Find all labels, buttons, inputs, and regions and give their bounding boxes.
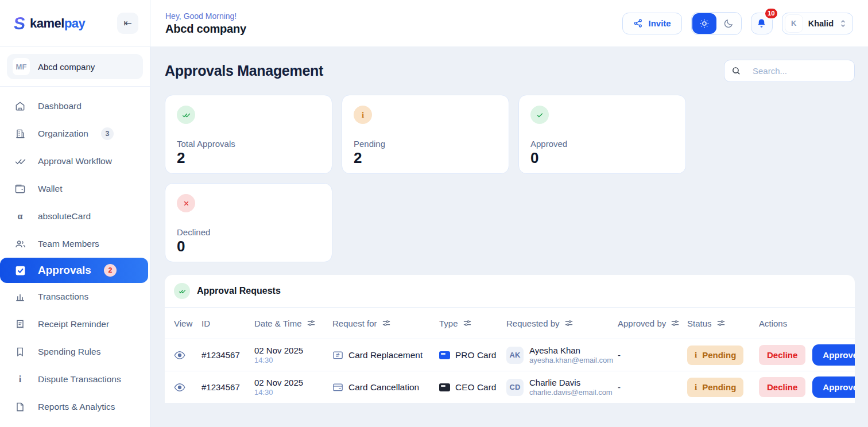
view-button[interactable] — [174, 351, 185, 360]
sidebar-item-transactions[interactable]: Transactions — [0, 283, 150, 310]
notification-count-badge: 10 — [764, 7, 778, 20]
sidebar-item-wallet[interactable]: Wallet — [0, 175, 150, 203]
bookmark-icon — [14, 346, 26, 358]
company-switcher[interactable]: MF Abcd company — [7, 54, 143, 79]
request-date: 02 Nov 2025 — [254, 346, 332, 355]
info-icon: i — [354, 106, 372, 124]
card-type-icon — [439, 383, 450, 391]
filter-icon[interactable] — [671, 319, 679, 327]
filter-icon[interactable] — [382, 319, 390, 327]
status-badge: i Pending — [687, 346, 743, 365]
collapse-icon: ⇤ — [123, 17, 131, 29]
requester-name: Ayesha Khan — [529, 346, 613, 355]
approve-button[interactable]: Approve — [812, 376, 855, 398]
stat-value: 2 — [354, 149, 497, 167]
filter-icon[interactable] — [565, 319, 573, 327]
people-icon — [14, 238, 26, 250]
status-badge: i Pending — [687, 378, 743, 397]
view-button[interactable] — [174, 383, 185, 392]
table-row: #1234567 02 Nov 2025 14:30 Card Replacem… — [165, 339, 855, 371]
search-input[interactable] — [753, 66, 867, 76]
user-name: Khalid — [808, 19, 834, 28]
sidebar-item-organization[interactable]: Organization 3 — [0, 120, 150, 147]
approved-by-value: - — [618, 350, 687, 360]
decline-button[interactable]: Decline — [759, 345, 805, 365]
filter-icon[interactable] — [463, 319, 471, 327]
stat-card-total-approvals: Total Approvals 2 — [165, 95, 332, 174]
requester-email: charlie.davis@email.com — [529, 388, 613, 397]
stats-cards: Total Approvals 2 i Pending 2 Approved 0… — [165, 95, 686, 262]
requester-name: Charlie Davis — [529, 378, 613, 387]
column-header-requested-by: Requested by — [506, 319, 618, 328]
panel-title: Approval Requests — [197, 286, 281, 296]
brand-logo-icon: S — [13, 15, 26, 32]
organization-count-badge: 3 — [101, 127, 114, 140]
sidebar-collapse-button[interactable]: ⇤ — [117, 13, 138, 34]
decline-button[interactable]: Decline — [759, 377, 805, 397]
brand-logo-text: kamelpay — [30, 16, 85, 31]
receipt-icon — [14, 319, 26, 330]
stat-card-pending: i Pending 2 — [342, 95, 509, 174]
sidebar-item-label: Team Members — [38, 239, 99, 249]
requested-by-cell: AK Ayesha Khan ayesha.khan@email.com — [506, 346, 618, 364]
document-icon — [14, 401, 26, 413]
double-check-icon — [177, 106, 195, 124]
company-section: MF Abcd company — [0, 47, 150, 87]
double-check-icon — [14, 156, 26, 167]
user-menu[interactable]: K Khalid — [782, 13, 853, 34]
invite-label: Invite — [649, 18, 671, 28]
brand-logo: S kamelpay — [14, 15, 85, 32]
chevron-up-down-icon — [839, 19, 847, 28]
search-box[interactable] — [724, 60, 855, 82]
sidebar-item-team-members[interactable]: Team Members — [0, 230, 150, 258]
stat-label: Pending — [354, 139, 497, 149]
request-for-label: Card Replacement — [348, 350, 423, 360]
sidebar-item-label: Wallet — [38, 184, 63, 194]
sidebar-item-dispute-transactions[interactable]: i Dispute Transactions — [0, 366, 150, 393]
column-header-request-for: Request for — [332, 319, 439, 328]
requester-email: ayesha.khan@email.com — [529, 356, 613, 364]
stat-card-declined: Declined 0 — [165, 183, 332, 262]
home-icon — [14, 100, 26, 112]
filter-icon[interactable] — [717, 319, 725, 327]
sidebar-item-dashboard[interactable]: Dashboard — [0, 92, 150, 120]
sidebar-item-approval-workflow[interactable]: Approval Workflow — [0, 147, 150, 175]
alpha-icon: α — [14, 211, 26, 222]
card-type-icon — [439, 351, 450, 359]
cross-icon — [177, 194, 195, 212]
sidebar-item-label: absoluteCard — [38, 211, 91, 222]
sidebar-item-receipt-reminder[interactable]: Receipt Reminder — [0, 310, 150, 338]
sidebar-item-spending-rules[interactable]: Spending Rules — [0, 338, 150, 366]
share-icon — [633, 18, 643, 28]
sidebar: S kamelpay ⇤ MF Abcd company Dashboard O… — [0, 0, 150, 427]
request-for-label: Card Cancellation — [348, 382, 419, 393]
card-cancel-icon — [332, 382, 343, 392]
info-icon: i — [14, 374, 26, 385]
company-name: Abcd company — [38, 62, 95, 72]
light-mode-button[interactable] — [692, 13, 716, 34]
sidebar-item-absolutecard[interactable]: α absoluteCard — [0, 203, 150, 230]
table-row: #1234567 02 Nov 2025 14:30 Card Cancella… — [165, 371, 855, 403]
sidebar-item-approvals[interactable]: Approvals 2 — [0, 258, 148, 283]
checkbox-icon — [14, 265, 26, 277]
sidebar-item-label: Receipt Reminder — [38, 319, 109, 329]
invite-button[interactable]: Invite — [622, 13, 682, 34]
top-header: Hey, Good Morning! Abcd company Invite — [150, 0, 868, 47]
stat-label: Declined — [177, 227, 320, 237]
info-icon: i — [695, 382, 697, 392]
stat-value: 2 — [177, 149, 320, 167]
theme-toggle — [691, 12, 742, 35]
stat-card-approved: Approved 0 — [518, 95, 686, 174]
filter-icon[interactable] — [307, 319, 315, 327]
card-replace-icon — [332, 350, 343, 360]
approve-button[interactable]: Approve — [812, 344, 855, 366]
search-icon — [731, 66, 741, 76]
sidebar-nav: Dashboard Organization 3 Approval Workfl… — [0, 87, 150, 427]
moon-icon — [723, 18, 734, 29]
company-avatar: MF — [13, 58, 30, 75]
card-type-label: PRO Card — [455, 350, 497, 360]
bar-chart-icon — [14, 291, 26, 302]
sidebar-item-reports-analytics[interactable]: Reports & Analytics — [0, 393, 150, 421]
dark-mode-button[interactable] — [716, 13, 741, 34]
card-type-label: CEO Card — [455, 382, 497, 393]
